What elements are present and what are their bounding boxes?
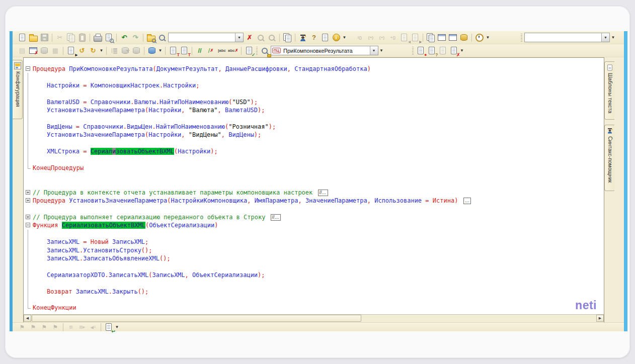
procedure-combo-dropdown-icon[interactable]: ▼ bbox=[370, 46, 378, 55]
db-stack-icon[interactable] bbox=[147, 46, 157, 56]
procedures-functions-icon[interactable] bbox=[260, 46, 270, 56]
close-editor-icon[interactable] bbox=[28, 46, 38, 56]
help-doc-icon[interactable]: ? bbox=[427, 46, 437, 56]
toolbar-drag-handle bbox=[256, 47, 258, 55]
code-token: Процедура bbox=[33, 65, 69, 72]
find-in-files-icon[interactable] bbox=[146, 33, 156, 43]
clear-bookmarks-icon[interactable]: ⚑ bbox=[50, 322, 60, 332]
indent-decrease-icon[interactable]: ◂≡ bbox=[88, 322, 98, 332]
save-icon[interactable] bbox=[39, 33, 49, 43]
window-list-combo-dropdown-icon[interactable]: ▼ bbox=[601, 33, 609, 42]
fold-collapse-icon[interactable]: − bbox=[26, 223, 30, 227]
procedure-combo[interactable]: ПЦПриКомпоновкеРезультата▼ bbox=[271, 46, 378, 55]
window-cascade-icon[interactable] bbox=[448, 33, 458, 43]
copy-icon[interactable] bbox=[66, 33, 76, 43]
fold-expand-icon[interactable]: + bbox=[26, 215, 30, 219]
tab-text-templates[interactable]: Шаблоны текста bbox=[604, 61, 614, 120]
undo-icon[interactable]: ↶ bbox=[119, 33, 129, 43]
print-preview-icon[interactable] bbox=[104, 33, 114, 43]
table-icon[interactable]: ▦ bbox=[50, 46, 60, 56]
goto-prev-proc-icon[interactable]: ◂ bbox=[399, 33, 409, 43]
window-list-combo[interactable]: ▼ bbox=[524, 33, 610, 42]
format-abc-icon[interactable]: |abc bbox=[217, 46, 227, 56]
code-fold-gutter: + bbox=[24, 197, 33, 205]
uncomment-icon[interactable]: /✗ bbox=[206, 46, 216, 56]
bookmark-doc-icon[interactable]: ● bbox=[416, 46, 426, 56]
toolbar-overflow-icon[interactable]: ▼ bbox=[485, 35, 491, 40]
search-input-dropdown-icon[interactable]: ▼ bbox=[235, 33, 243, 42]
module-tool-4-icon[interactable]: +{} bbox=[388, 33, 398, 43]
toolbar-overflow-icon[interactable]: ▼ bbox=[157, 48, 163, 53]
code-line: +// Процедура в контексте отчета устанав… bbox=[24, 189, 604, 197]
block-format-icon[interactable]: ≡ bbox=[66, 322, 76, 332]
code-token: , bbox=[247, 197, 254, 204]
toolbar-overflow-icon[interactable]: ▼ bbox=[610, 35, 616, 40]
search-input[interactable]: ▼ bbox=[168, 33, 244, 42]
new-document-icon[interactable] bbox=[17, 33, 27, 43]
fold-expand-icon[interactable]: + bbox=[26, 190, 30, 195]
syntax-check-icon[interactable]: ↩ bbox=[104, 322, 114, 332]
tab-syntax-assistant[interactable]: Синтакс-помощник bbox=[604, 125, 614, 191]
module-structure-icon[interactable] bbox=[109, 46, 119, 56]
print-icon[interactable] bbox=[93, 33, 103, 43]
db-icon[interactable] bbox=[39, 46, 49, 56]
toolbar-overflow-icon[interactable]: ▼ bbox=[99, 48, 104, 53]
module-tool-2-icon[interactable]: {+} bbox=[366, 33, 376, 43]
collapsed-code-box[interactable]: //… bbox=[318, 190, 328, 196]
spellcheck-abc-icon[interactable]: abc✗ bbox=[228, 46, 239, 56]
comment-icon[interactable]: // bbox=[195, 46, 205, 56]
context-help-icon[interactable]: ? bbox=[309, 33, 319, 43]
collapsed-code-box[interactable]: … bbox=[463, 198, 471, 204]
prev-bookmark-icon[interactable]: ⚑ bbox=[39, 322, 49, 332]
snippet-copy-icon[interactable]: Т bbox=[168, 46, 178, 56]
help-contents-icon[interactable] bbox=[320, 33, 330, 43]
next-bookmark-icon[interactable]: ⚑ bbox=[28, 322, 38, 332]
code-editor[interactable]: −Процедура ПриКомпоновкеРезультата(Докум… bbox=[23, 57, 604, 322]
toggle-bookmark-icon[interactable]: ⚑ bbox=[17, 322, 27, 332]
paste-icon[interactable] bbox=[77, 33, 87, 43]
tab-configuration[interactable]: Конфигурация bbox=[13, 60, 23, 119]
module-tool-1-icon[interactable]: І{} bbox=[355, 33, 365, 43]
fold-expand-icon[interactable]: + bbox=[26, 198, 30, 203]
scroll-thumb[interactable] bbox=[32, 315, 361, 322]
find-icon[interactable] bbox=[157, 33, 167, 43]
scroll-left-button[interactable]: ◀ bbox=[24, 315, 31, 322]
nav-back-icon[interactable]: ↺ bbox=[77, 46, 87, 56]
info-icon[interactable]: i bbox=[331, 33, 341, 43]
properties-icon[interactable]: ▤ bbox=[17, 46, 27, 56]
cut-icon[interactable]: ✂ bbox=[55, 33, 65, 43]
code-area[interactable]: −Процедура ПриКомпоновкеРезультата(Докум… bbox=[24, 58, 604, 312]
clear-search-icon[interactable]: ✗ bbox=[245, 33, 255, 43]
open-module-icon[interactable]: ▸ bbox=[66, 46, 76, 56]
check-module-icon[interactable]: ✓ bbox=[244, 46, 254, 56]
syntax-assistant-icon[interactable] bbox=[298, 33, 308, 43]
toolbar-overflow-icon[interactable]: ▼ bbox=[379, 48, 384, 53]
save-db-icon[interactable] bbox=[459, 33, 469, 43]
code-token: ЗаписатьОбъявлениеXML bbox=[83, 255, 160, 262]
redo-icon[interactable]: ↷ bbox=[130, 33, 140, 43]
indent-increase-icon[interactable]: ≡▸ bbox=[77, 322, 87, 332]
scroll-right-button[interactable]: ▶ bbox=[596, 315, 604, 322]
copy-fragment-icon[interactable] bbox=[282, 33, 292, 43]
snippet-paste-icon[interactable]: Т bbox=[179, 46, 189, 56]
toolbar-overflow-icon[interactable]: ▼ bbox=[342, 35, 347, 40]
find-next-icon[interactable] bbox=[256, 33, 266, 43]
data-search-icon[interactable] bbox=[131, 46, 141, 56]
collapsed-code-box[interactable]: //… bbox=[271, 214, 281, 221]
horizontal-scrollbar[interactable]: ◀ ▶ bbox=[24, 314, 604, 322]
copy-window-icon[interactable] bbox=[426, 33, 436, 43]
code-line: −Процедура ПриКомпоновкеРезультата(Докум… bbox=[24, 65, 604, 73]
open-file-icon[interactable] bbox=[28, 33, 38, 43]
window-tile-icon[interactable] bbox=[437, 33, 447, 43]
find-previous-icon[interactable] bbox=[267, 33, 277, 43]
nav-forward-icon[interactable]: ↻ bbox=[88, 46, 98, 56]
goto-definition-icon[interactable] bbox=[120, 46, 130, 56]
code-token: // Процедура в контексте отчета устанавл… bbox=[33, 189, 316, 196]
fold-collapse-icon[interactable]: − bbox=[26, 66, 30, 71]
goto-next-proc-icon[interactable]: ▸ bbox=[410, 33, 420, 43]
code-line: ЗаписьXML.ЗаписатьОбъявлениеXML(); bbox=[24, 254, 604, 262]
blank-doc-icon[interactable] bbox=[438, 46, 448, 56]
delete-doc-icon[interactable]: ✗ bbox=[449, 46, 459, 56]
module-tool-3-icon[interactable]: {+} bbox=[377, 33, 387, 43]
stopwatch-icon[interactable] bbox=[474, 33, 485, 43]
